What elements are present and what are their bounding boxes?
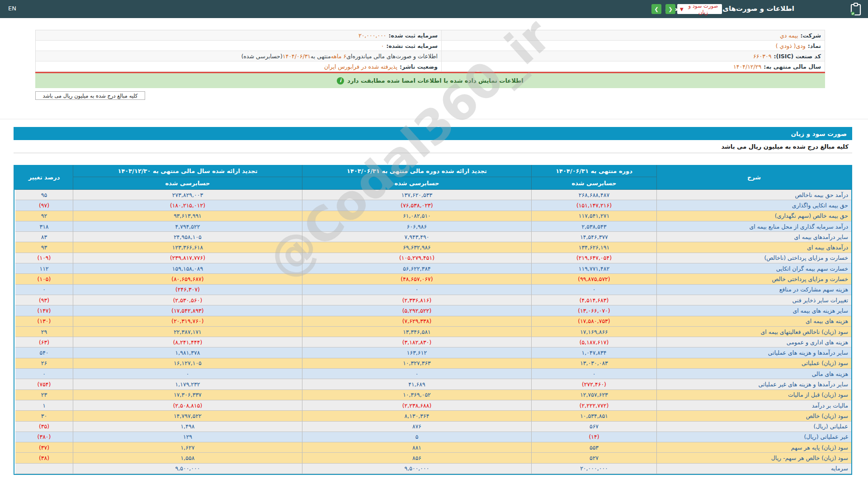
registered-capital-cell: سرمایه ثبت شده: ۲۰,۰۰۰,۰۰۰ bbox=[36, 30, 441, 40]
cell-v1: ۰ bbox=[532, 369, 657, 379]
cell-v1: ۰ bbox=[532, 285, 657, 295]
cell-chg: (۳۵) bbox=[15, 422, 73, 432]
cell-chg: (۱۰۵) bbox=[15, 274, 73, 284]
cell-v1: (۹۹,۸۷۵,۵۷۲) bbox=[532, 274, 657, 284]
column-subheader-audited: حسابرسی شده bbox=[302, 177, 532, 190]
cell-v2: ۱۶۳,۶۱۲ bbox=[302, 347, 532, 358]
report-period-cell: اطلاعات و صورت‌های مالی میاندوره‌ای ۶ ما… bbox=[36, 51, 441, 61]
row-label: درآمد سرمایه گذاری از محل منابع بیمه ای bbox=[657, 221, 851, 232]
row-label: سود (زیان) پایه هر سهم bbox=[657, 442, 851, 453]
row-label: سایر درآمدهای بیمه ای bbox=[657, 232, 851, 242]
row-label: سود (زیان) عملیاتی bbox=[657, 358, 851, 369]
prev-report-button[interactable]: ❮ bbox=[651, 4, 661, 14]
cell-v3: ۱۵۹,۱۵۸,۰۸۹ bbox=[73, 263, 302, 274]
row-label: هزینه سهم مشارکت در منافع bbox=[657, 285, 851, 295]
cell-v3: ۱,۹۸۱,۳۷۸ bbox=[73, 347, 302, 358]
cell-v1: ۲۰,۰۰۰,۰۰۰ bbox=[532, 464, 657, 474]
cell-v3: (۸۰,۶۵۹,۶۸۷) bbox=[73, 274, 302, 284]
cell-v3: (۲,۵۰۸,۸۱۵) bbox=[73, 400, 302, 411]
cell-chg: ۰ bbox=[15, 369, 73, 379]
clipboard-report-icon bbox=[850, 3, 862, 15]
cell-v3: (۸,۲۴۱,۴۴۴) bbox=[73, 337, 302, 347]
row-label: سود (زیان) خالص هر سهم- ریال bbox=[657, 453, 851, 463]
cell-chg: (۱۰۹) bbox=[15, 253, 73, 263]
row-label: سود (زیان) خالص bbox=[657, 411, 851, 421]
cell-v1: ۱۴,۵۴۶,۳۷۷ bbox=[532, 232, 657, 242]
column-subheader-audited: حسابرسی شده bbox=[73, 177, 302, 190]
income-statement-table: شرح دوره منتهی به ۱۴۰۴/۰۶/۳۱ تجدید ارائه… bbox=[14, 165, 852, 475]
ticker-label: نماد: bbox=[808, 42, 821, 49]
report-type-dropdown[interactable]: ▼ صورت سود و زیان bbox=[677, 4, 722, 14]
cell-chg: ۱۱۲ bbox=[15, 263, 73, 274]
isic-value: ۶۶۰۳۰۹ bbox=[753, 53, 771, 60]
cell-chg: ۹۵ bbox=[15, 190, 73, 200]
cell-v1: ۲,۵۳۸,۵۴۳ bbox=[532, 221, 657, 232]
cell-v3: ۹۳,۶۱۳,۹۹۱ bbox=[73, 211, 302, 221]
cell-v3: ۰ bbox=[73, 369, 302, 379]
cell-chg: ۰ bbox=[15, 285, 73, 295]
cell-v3: (۲۳۹,۸۱۷,۷۷۶) bbox=[73, 253, 302, 263]
table-body: درآمد حق بیمه ناخالص۲۶۸,۶۸۸,۴۸۷۱۳۷,۶۲۰,۵… bbox=[14, 190, 851, 474]
cell-chg: ۱ bbox=[15, 400, 73, 411]
next-report-button[interactable]: ❯ bbox=[665, 4, 675, 14]
unregistered-capital-label: سرمایه ثبت نشده: bbox=[386, 42, 438, 49]
cell-v1: ۵۲۷ bbox=[532, 453, 657, 463]
cell-v1: ۵۶۷ bbox=[532, 422, 657, 432]
cell-chg: ۹۲ bbox=[15, 211, 73, 221]
cell-v3: ۱,۶۲۷ bbox=[73, 442, 302, 453]
period-note-part: منتهی به bbox=[311, 53, 331, 60]
cell-v1: ۲۶۸,۶۸۸,۴۸۷ bbox=[532, 190, 657, 200]
row-label: سایر درآمدها و هزینه های عملیاتی bbox=[657, 347, 851, 358]
report-type-selected-value: صورت سود و زیان bbox=[684, 3, 722, 15]
row-label: سود (زیان) قبل از مالیات bbox=[657, 390, 851, 400]
row-label: هزینه های مالی bbox=[657, 369, 851, 379]
cell-v3: ۱۶,۱۲۷,۱۰۵ bbox=[73, 358, 302, 369]
cell-v3: ۲۲,۳۸۷,۱۷۱ bbox=[73, 327, 302, 337]
cell-v2: ۸۸۱ bbox=[302, 442, 532, 453]
chevron-down-icon: ▼ bbox=[680, 7, 684, 12]
registered-capital-label: سرمایه ثبت شده: bbox=[389, 32, 438, 39]
ticker-value: ودی( ذودي ) bbox=[776, 42, 806, 49]
cell-chg: ۲۶ bbox=[15, 358, 73, 369]
row-label: سرمایه bbox=[657, 464, 851, 474]
cell-v1: ۵۵۳ bbox=[532, 442, 657, 453]
row-label: خسارت و مزایای پرداختی (ناخالص) bbox=[657, 253, 851, 263]
cell-v3: ۱۴,۷۹۷,۵۲۲ bbox=[73, 411, 302, 421]
codal-financial-statement-page: { "colors": { "accent_blue": "#0d95c2", … bbox=[0, 0, 868, 488]
cell-v3: ۱,۱۷۹,۲۳۲ bbox=[73, 379, 302, 389]
ticker-cell: نماد: ودی( ذودي ) bbox=[441, 41, 825, 51]
column-subheader-audited: حسابرسی شده bbox=[532, 177, 657, 190]
cell-v3: ۱۲۹ bbox=[73, 432, 302, 442]
language-toggle-en[interactable]: EN bbox=[8, 5, 16, 12]
cell-chg: (۳۸) bbox=[15, 453, 73, 463]
cell-v1: (۲,۲۲۲,۷۷۲) bbox=[532, 400, 657, 411]
cell-v3: ۴,۷۹۴,۵۲۲ bbox=[73, 221, 302, 232]
cell-v1: (۴,۵۱۴,۶۸۳) bbox=[532, 295, 657, 305]
cell-chg: (۹۳) bbox=[15, 295, 73, 305]
company-info-row: شرکت: بیمه دي سرمایه ثبت شده: ۲۰,۰۰۰,۰۰۰ bbox=[36, 30, 825, 41]
fiscal-year-value: ۱۴۰۴/۱۲/۲۹ bbox=[733, 63, 761, 70]
period-note-part: ۱۴۰۴/۰۶/۳۱ bbox=[283, 53, 311, 60]
cell-chg: (۳۷) bbox=[15, 442, 73, 453]
period-note-part: اطلاعات و صورت‌های مالی میاندوره‌ای bbox=[346, 53, 438, 60]
row-label: درآمدهای بیمه ای bbox=[657, 242, 851, 253]
signature-match-banner: i اطلاعات نمایش داده شده با اطلاعات امضا… bbox=[35, 73, 825, 88]
cell-v2: ۴۱,۶۸۹ bbox=[302, 379, 532, 389]
cell-v2: (۷,۶۲۹,۳۳۸) bbox=[302, 316, 532, 327]
cell-chg: ۳۰ bbox=[15, 411, 73, 421]
column-header-description: شرح bbox=[657, 165, 851, 190]
unregistered-capital-cell: سرمایه ثبت نشده: ۰ bbox=[36, 41, 441, 51]
cell-v2: (۴۸,۶۵۷,۰۶۷) bbox=[302, 274, 532, 284]
cell-chg: ۹۳ bbox=[15, 242, 73, 253]
row-label: خسارت سهم بیمه گران اتکایی bbox=[657, 263, 851, 274]
currency-unit-note-box: کلیه مبالغ درج شده به میلیون ریال می باش… bbox=[35, 91, 145, 100]
period-note-part: (حسابرسی شده) bbox=[241, 53, 283, 60]
cell-v2: ۰ bbox=[302, 285, 532, 295]
listing-status-cell: وضعیت ناشر: پذیرفته شده در فرابورس ایران bbox=[36, 61, 441, 71]
cell-v1: ۱۰,۵۳۴,۸۵۱ bbox=[532, 411, 657, 421]
cell-v1: (۲۱۹,۶۴۷,۰۵۴) bbox=[532, 253, 657, 263]
cell-v2: (۲,۲۳۸,۶۸۸) bbox=[302, 400, 532, 411]
cell-v1: (۱۳,۰۶۶,۰۷۰) bbox=[532, 305, 657, 316]
cell-v2: (۷۶,۵۳۸,۰۲۳) bbox=[302, 200, 532, 211]
column-header-prior-period: تجدید ارائه شده دوره مالی منتهی به ۱۴۰۳/… bbox=[302, 165, 532, 177]
